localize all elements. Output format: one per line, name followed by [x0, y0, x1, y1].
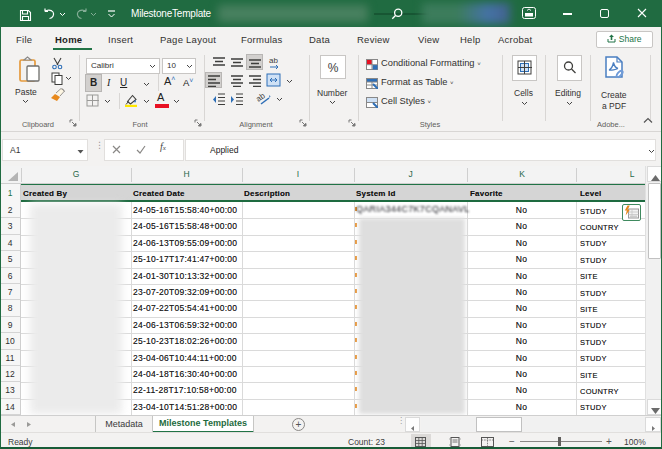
svg-text:ab: ab: [269, 56, 278, 65]
svg-text:ab: ab: [256, 91, 267, 104]
